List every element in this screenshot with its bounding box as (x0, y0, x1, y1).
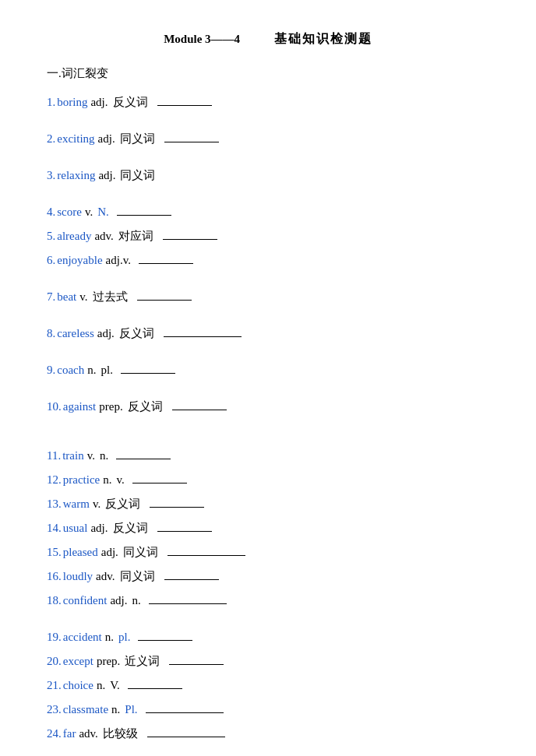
blank-1 (157, 95, 212, 106)
blank-9 (121, 363, 175, 374)
item-14: 14. usual adj. 反义词 (47, 518, 489, 539)
module-label: Module 3——4 (164, 33, 240, 45)
blank-6 (139, 253, 193, 264)
group-4-6: 4. score v. N. 5. already adv. 对应词 6. en… (47, 202, 489, 271)
blank-13 (150, 497, 204, 508)
blank-2 (164, 132, 219, 142)
item-13: 13. warm v. 反义词 (47, 494, 489, 515)
item-7: 7. beat v. 过去式 (47, 287, 489, 308)
item-23: 23. classmate n. Pl. (47, 699, 489, 720)
item-9: 9. coach n. pl. (47, 360, 489, 381)
item-3: 3. relaxing adj. 同义词 (47, 165, 489, 186)
blank-15 (168, 545, 245, 556)
item-5: 5. already adv. 对应词 (47, 226, 489, 247)
item-11: 11. train v. n. (47, 445, 489, 466)
title-section: Module 3——4 基础知识检测题 (47, 31, 489, 47)
blank-19 (138, 630, 192, 641)
blank-21 (128, 678, 182, 689)
blank-8 (164, 326, 242, 337)
item-8: 8. careless adj. 反义词 (47, 323, 489, 344)
item-1: 1. boring adj. 反义词 (47, 92, 489, 113)
blank-18 (149, 593, 227, 604)
group-11-18: 11. train v. n. 12. practice n. v. 13. w… (47, 445, 489, 611)
item-6: 6. enjoyable adj.v. (47, 250, 489, 271)
blank-12 (132, 473, 187, 483)
item-21: 21. choice n. V. (47, 675, 489, 696)
blank-16 (164, 569, 219, 580)
blank-4 (117, 205, 171, 216)
item-4: 4. score v. N. (47, 202, 489, 223)
item-2: 2. exciting adj. 同义词 (47, 128, 489, 149)
blank-24 (147, 726, 225, 737)
item-24: 24. far adv. 比较级 (47, 723, 489, 744)
page-title: 基础知识检测题 (274, 32, 372, 45)
blank-11 (116, 448, 171, 459)
blank-20 (169, 654, 224, 665)
blank-23 (146, 702, 224, 713)
blank-10 (172, 399, 227, 410)
section-title: 一.词汇裂变 (47, 66, 489, 81)
item-18: 18. confident adj. n. (47, 590, 489, 611)
group-19-24: 19. accident n. pl. 20. except prep. 近义词… (47, 627, 489, 744)
blank-5 (163, 229, 217, 240)
item-10: 10. against prep. 反义词 (47, 396, 489, 417)
page-wrapper: Module 3——4 基础知识检测题 一.词汇裂变 1. boring adj… (47, 31, 489, 756)
item-16: 16. loudly adv. 同义词 (47, 566, 489, 587)
item-15: 15. pleased adj. 同义词 (47, 542, 489, 563)
item-12: 12. practice n. v. (47, 469, 489, 491)
blank-7 (137, 290, 192, 301)
blank-14 (157, 521, 212, 532)
item-19: 19. accident n. pl. (47, 627, 489, 648)
item-20: 20. except prep. 近义词 (47, 651, 489, 672)
